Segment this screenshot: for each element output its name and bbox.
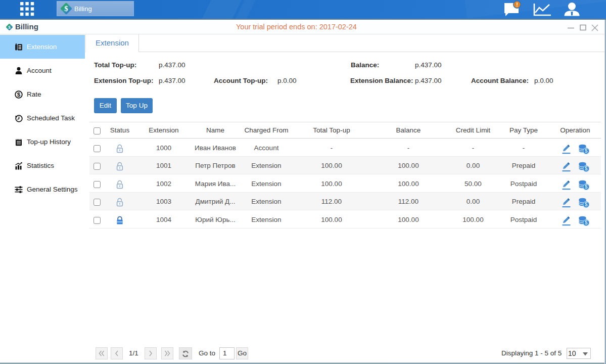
svg-text:$: $	[8, 25, 11, 30]
svg-text:$: $	[17, 92, 21, 98]
svg-text:$: $	[584, 165, 587, 171]
svg-text:$: $	[584, 148, 587, 154]
svg-text:$: $	[584, 201, 587, 207]
svg-text:$: $	[584, 184, 587, 190]
svg-text:$: $	[64, 5, 68, 13]
svg-text:$: $	[584, 219, 587, 225]
svg-text:!: !	[516, 2, 518, 8]
